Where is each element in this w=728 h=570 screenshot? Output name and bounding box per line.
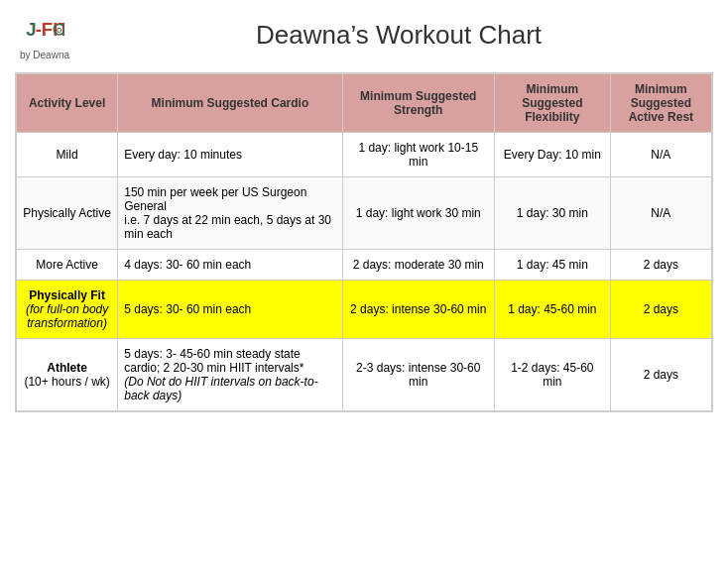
flexibility-cell: Every Day: 10 min <box>494 133 610 177</box>
flexibility-cell: 1 day: 30 min <box>494 177 610 250</box>
cardio-cell: Every day: 10 minutes <box>118 133 342 177</box>
strength-cell: 1 day: light work 10-15 min <box>342 133 494 177</box>
rest-cell: N/A <box>610 133 711 177</box>
rest-cell: 2 days <box>610 339 711 411</box>
activity-cell: Physically Fit (for full-on body transfo… <box>17 281 118 339</box>
table-body: Mild Every day: 10 minutes 1 day: light … <box>17 133 712 411</box>
page-header: J -FIT O by Deawna Deawna’s Workout Char… <box>10 10 718 60</box>
table-header-row: Activity Level Minimum Suggested Cardio … <box>17 74 712 133</box>
rest-cell: 2 days <box>610 281 711 339</box>
activity-cell: Physically Active <box>17 177 118 250</box>
table-row: Physically Active 150 min per week per U… <box>17 177 712 250</box>
table-row: Mild Every day: 10 minutes 1 day: light … <box>17 133 712 177</box>
col-header-flexibility: Minimum Suggested Flexibility <box>494 74 610 133</box>
activity-cell: Mild <box>17 133 118 177</box>
activity-line1: Physically Fit <box>23 288 111 302</box>
flexibility-cell: 1 day: 45-60 min <box>494 281 610 339</box>
workout-table: Activity Level Minimum Suggested Cardio … <box>16 73 712 411</box>
cardio-cell: 5 days: 3- 45-60 min steady state cardio… <box>118 339 342 411</box>
strength-cell: 2-3 days: intense 30-60 min <box>342 339 494 411</box>
activity-cell: Athlete (10+ hours / wk) <box>17 339 118 411</box>
rest-cell: 2 days <box>610 250 711 281</box>
flexibility-cell: 1 day: 45 min <box>494 250 610 281</box>
activity-line2: (10+ hours / wk) <box>23 375 111 389</box>
workout-chart: Activity Level Minimum Suggested Cardio … <box>15 72 713 412</box>
activity-cell: More Active <box>17 250 118 281</box>
cardio-line2: (Do Not do HIIT intervals on back-to-bac… <box>124 375 335 402</box>
col-header-cardio: Minimum Suggested Cardio <box>118 74 342 133</box>
cardio-cell: 4 days: 30- 60 min each <box>118 250 342 281</box>
logo-subtitle: by Deawna <box>20 50 69 60</box>
cardio-cell: 5 days: 30- 60 min each <box>118 281 342 339</box>
table-row: More Active 4 days: 30- 60 min each 2 da… <box>17 250 712 281</box>
activity-line1: Athlete <box>23 361 111 375</box>
activity-line2: (for full-on body transformation) <box>23 302 111 330</box>
col-header-strength: Minimum Suggested Strength <box>342 74 494 133</box>
table-row: Athlete (10+ hours / wk) 5 days: 3- 45-6… <box>17 339 712 411</box>
rest-cell: N/A <box>610 177 711 250</box>
table-row-physfit: Physically Fit (for full-on body transfo… <box>17 281 712 339</box>
cardio-line2: i.e. 7 days at 22 min each, 5 days at 30… <box>124 213 335 241</box>
strength-cell: 2 days: intense 30-60 min <box>342 281 494 339</box>
logo-icon: J -FIT O <box>25 10 64 50</box>
logo: J -FIT O by Deawna <box>20 10 69 60</box>
col-header-rest: Minimum Suggested Active Rest <box>610 74 711 133</box>
svg-text:O: O <box>57 27 61 34</box>
strength-cell: 2 days: moderate 30 min <box>342 250 494 281</box>
strength-cell: 1 day: light work 30 min <box>342 177 494 250</box>
cardio-line1: 5 days: 3- 45-60 min steady state cardio… <box>124 347 335 375</box>
page-title: Deawna’s Workout Chart <box>89 20 708 51</box>
cardio-line1: 150 min per week per US Surgeon General <box>124 185 335 213</box>
flexibility-cell: 1-2 days: 45-60 min <box>494 339 610 411</box>
col-header-activity: Activity Level <box>17 74 118 133</box>
cardio-cell: 150 min per week per US Surgeon General … <box>118 177 342 250</box>
